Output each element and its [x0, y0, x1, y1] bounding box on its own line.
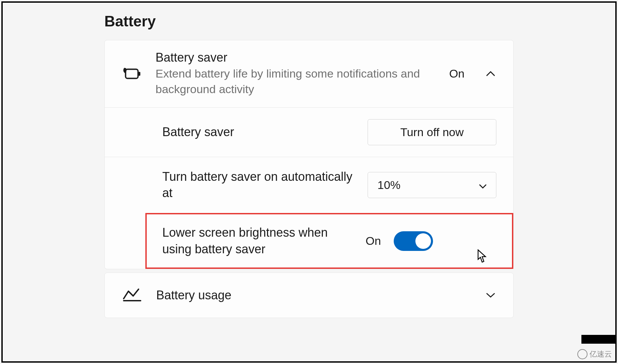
battery-saver-icon — [122, 66, 142, 82]
auto-on-threshold-dropdown[interactable]: 10% — [368, 172, 496, 198]
chevron-down-icon — [485, 290, 496, 301]
battery-saver-toggle-row: Battery saver Turn off now — [105, 107, 513, 157]
battery-saver-toggle-label: Battery saver — [162, 124, 361, 141]
watermark-text: 亿速云 — [590, 349, 612, 359]
svg-rect-1 — [138, 72, 140, 76]
battery-usage-title: Battery usage — [156, 288, 471, 302]
battery-usage-card: Battery usage — [104, 273, 514, 318]
battery-saver-expander-header[interactable]: Battery saver Extend battery life by lim… — [105, 40, 513, 107]
watermark: 亿速云 — [577, 349, 612, 359]
usage-chart-icon — [122, 286, 143, 304]
decorative-bar — [581, 335, 615, 344]
chevron-down-icon — [479, 178, 487, 192]
auto-on-label: Turn battery saver on automatically at — [162, 169, 361, 201]
svg-rect-0 — [126, 69, 138, 78]
watermark-icon — [577, 349, 588, 359]
battery-saver-card: Battery saver Extend battery life by lim… — [104, 40, 514, 269]
lower-brightness-row: Lower screen brightness when using batte… — [145, 213, 513, 269]
toggle-thumb — [415, 233, 431, 249]
chevron-up-icon — [485, 68, 496, 80]
auto-on-threshold-value: 10% — [377, 178, 400, 192]
battery-saver-subtitle: Extend battery life by limiting some not… — [156, 66, 436, 97]
cursor-icon — [477, 249, 488, 263]
battery-saver-status: On — [449, 67, 465, 80]
page-title: Battery — [104, 13, 514, 30]
battery-usage-expander-header[interactable]: Battery usage — [105, 273, 513, 318]
lower-brightness-label: Lower screen brightness when using batte… — [162, 224, 359, 257]
lower-brightness-toggle[interactable] — [394, 231, 433, 251]
auto-on-row: Turn battery saver on automatically at 1… — [105, 157, 513, 213]
battery-saver-title: Battery saver — [156, 50, 436, 65]
lower-brightness-state: On — [366, 234, 381, 248]
turn-off-now-button[interactable]: Turn off now — [368, 119, 496, 145]
